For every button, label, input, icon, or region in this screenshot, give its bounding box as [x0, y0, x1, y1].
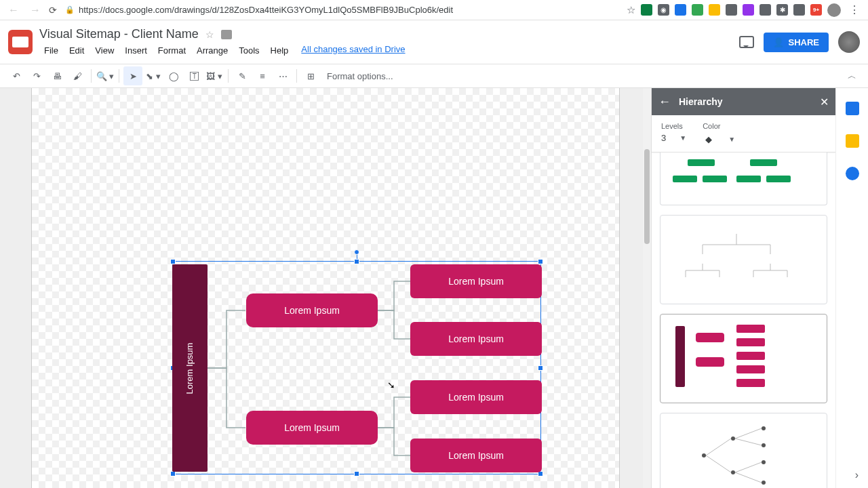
- zoom-button[interactable]: 🔍 ▾: [96, 66, 115, 85]
- template-option[interactable]: [660, 413, 827, 488]
- extension-icon[interactable]: [726, 4, 737, 16]
- menu-tools[interactable]: Tools: [234, 44, 264, 57]
- keep-icon[interactable]: [846, 134, 859, 148]
- extension-icon[interactable]: [692, 4, 703, 16]
- levels-dropdown[interactable]: 3▼: [661, 133, 686, 143]
- show-side-panel-button[interactable]: ›: [855, 469, 859, 481]
- extension-icon[interactable]: [641, 4, 652, 16]
- hide-menus-button[interactable]: ︿: [842, 66, 861, 85]
- menu-help[interactable]: Help: [266, 44, 294, 57]
- hierarchy-leaf-shape[interactable]: Lorem Ipsum: [410, 380, 542, 414]
- share-label: SHARE: [788, 37, 819, 47]
- share-button[interactable]: 👤 SHARE: [764, 33, 829, 52]
- extension-icon[interactable]: ✱: [776, 4, 788, 16]
- browser-menu[interactable]: ⋮: [846, 3, 863, 16]
- comments-icon[interactable]: [739, 36, 754, 48]
- color-label: Color: [703, 122, 735, 130]
- extension-icon[interactable]: [760, 4, 771, 16]
- url-text: https://docs.google.com/drawings/d/128Zo…: [79, 5, 453, 15]
- hierarchy-leaf-shape[interactable]: Lorem Ipsum: [410, 322, 542, 356]
- hierarchy-mid-shape[interactable]: Lorem Ipsum: [246, 293, 378, 327]
- extension-icon[interactable]: [675, 4, 686, 16]
- resize-handle[interactable]: [170, 471, 176, 476]
- vertical-scrollbar[interactable]: [643, 88, 651, 488]
- toolbar: ↶ ↷ 🖶 🖌 🔍 ▾ ➤ ⬊ ▾ ◯ 🅃 🖼 ▾ ✎ ≡ ⋯ ⊞ Format…: [0, 64, 868, 88]
- tasks-icon[interactable]: [846, 167, 859, 180]
- print-button[interactable]: 🖶: [47, 66, 66, 85]
- doc-header: Visual Sitemap - Client Name ☆ File Edit…: [0, 20, 868, 64]
- paint-format-button[interactable]: 🖌: [68, 66, 87, 85]
- template-list[interactable]: [652, 152, 835, 488]
- profile-avatar[interactable]: [827, 3, 841, 17]
- redo-button[interactable]: ↷: [27, 66, 46, 85]
- panel-title: Hierarchy: [679, 96, 812, 107]
- line-color-button[interactable]: ✎: [233, 66, 252, 85]
- template-option[interactable]: [660, 152, 827, 205]
- browser-chrome: ← → ⟳ 🔒 https://docs.google.com/drawings…: [0, 0, 868, 20]
- drawing-canvas[interactable]: Lorem Ipsum Lorem Ipsum Lorem Ipsum Lore…: [31, 88, 620, 488]
- save-status[interactable]: All changes saved in Drive: [301, 44, 405, 57]
- resize-handle[interactable]: [170, 259, 176, 264]
- back-button[interactable]: ←: [5, 4, 22, 16]
- resize-handle[interactable]: [354, 259, 359, 264]
- extension-icon[interactable]: ◉: [658, 4, 669, 16]
- star-doc-icon[interactable]: ☆: [205, 29, 214, 40]
- line-weight-button[interactable]: ≡: [253, 66, 272, 85]
- panel-controls: Levels 3▼ Color ◆▼: [652, 115, 835, 152]
- calendar-icon[interactable]: [846, 102, 859, 115]
- main-area: Lorem Ipsum Lorem Ipsum Lorem Ipsum Lore…: [0, 88, 868, 488]
- extension-icon[interactable]: [743, 4, 754, 16]
- shape-tool[interactable]: ◯: [164, 66, 183, 85]
- address-bar[interactable]: 🔒 https://docs.google.com/drawings/d/128…: [62, 5, 621, 15]
- svg-point-5: [762, 460, 766, 464]
- resize-handle[interactable]: [538, 259, 543, 264]
- resize-handle[interactable]: [538, 365, 543, 371]
- forward-button[interactable]: →: [27, 4, 43, 16]
- select-tool[interactable]: ➤: [123, 66, 142, 85]
- template-option-selected[interactable]: [660, 314, 827, 403]
- extensions-tray: ◉ ✱ 9+: [641, 4, 822, 16]
- rotate-handle[interactable]: [354, 249, 359, 255]
- menu-file[interactable]: File: [39, 44, 63, 57]
- extension-icon[interactable]: 9+: [810, 4, 822, 16]
- menu-format[interactable]: Format: [153, 44, 191, 57]
- cursor-icon: ➘: [387, 380, 395, 390]
- template-option[interactable]: [660, 215, 827, 304]
- hierarchy-mid-shape[interactable]: Lorem Ipsum: [246, 411, 378, 445]
- color-dropdown[interactable]: ◆▼: [703, 133, 735, 145]
- app-icon[interactable]: [8, 30, 33, 54]
- panel-close-button[interactable]: ✕: [820, 96, 829, 108]
- line-dash-button[interactable]: ⋯: [273, 66, 292, 85]
- svg-point-6: [762, 481, 766, 485]
- hierarchy-leaf-shape[interactable]: Lorem Ipsum: [410, 264, 542, 298]
- bookmark-star-icon[interactable]: ☆: [627, 4, 635, 16]
- text-box-tool[interactable]: 🅃: [184, 66, 203, 85]
- line-tool[interactable]: ⬊ ▾: [144, 66, 163, 85]
- person-add-icon: 👤: [773, 37, 784, 47]
- chevron-down-icon: ▼: [679, 134, 686, 142]
- menu-bar: File Edit View Insert Format Arrange Too…: [39, 44, 732, 57]
- extension-icon[interactable]: [709, 4, 720, 16]
- hierarchy-leaf-shape[interactable]: Lorem Ipsum: [410, 439, 542, 472]
- image-tool[interactable]: 🖼 ▾: [205, 66, 224, 85]
- resize-handle[interactable]: [354, 471, 359, 476]
- svg-point-0: [702, 453, 706, 458]
- chevron-down-icon: ▼: [728, 136, 735, 143]
- reload-button[interactable]: ⟳: [49, 5, 57, 16]
- panel-header: ← Hierarchy ✕: [652, 88, 835, 115]
- extension-icon[interactable]: [793, 4, 805, 16]
- move-folder-icon[interactable]: [221, 30, 232, 39]
- hierarchy-root-shape[interactable]: Lorem Ipsum: [172, 264, 208, 472]
- menu-view[interactable]: View: [90, 44, 119, 57]
- svg-point-1: [731, 436, 735, 441]
- insert-comment-button[interactable]: ⊞: [301, 66, 320, 85]
- fill-color-icon: ◆: [703, 133, 715, 145]
- undo-button[interactable]: ↶: [7, 66, 26, 85]
- menu-insert[interactable]: Insert: [120, 44, 152, 57]
- menu-edit[interactable]: Edit: [64, 44, 89, 57]
- menu-arrange[interactable]: Arrange: [192, 44, 233, 57]
- doc-title[interactable]: Visual Sitemap - Client Name: [39, 27, 199, 41]
- user-avatar[interactable]: [838, 31, 860, 53]
- panel-back-button[interactable]: ←: [658, 95, 671, 109]
- format-options-button[interactable]: Format options...: [321, 71, 399, 81]
